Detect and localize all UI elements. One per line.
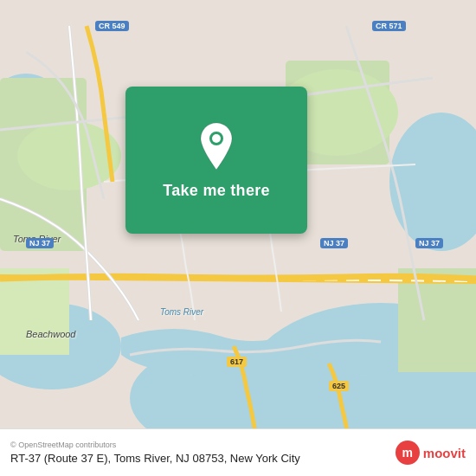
attribution-text: © OpenStreetMap contributors (10, 441, 387, 449)
take-me-there-button[interactable]: Take me there (163, 182, 270, 200)
map-container: Toms River Toms River Beachwood CR 549 C… (0, 0, 476, 476)
nj37-center-label: NJ 37 (320, 238, 348, 248)
cr571-label: CR 571 (372, 21, 406, 31)
take-me-there-card[interactable]: Take me there (125, 87, 307, 234)
bottom-info: © OpenStreetMap contributors RT-37 (Rout… (10, 441, 387, 465)
beachwood-label: Beachwood (26, 329, 76, 339)
location-pin-icon (196, 121, 237, 171)
svg-point-14 (212, 134, 221, 143)
cr549-label: CR 549 (95, 21, 129, 31)
cr617-label: 617 (227, 357, 247, 367)
cr625-label: 625 (329, 381, 349, 391)
toms-river-water-label: Toms River (160, 307, 203, 317)
nj37-left-label: NJ 37 (26, 238, 54, 248)
bottom-bar: © OpenStreetMap contributors RT-37 (Rout… (0, 428, 476, 476)
moovit-text: moovit (423, 446, 466, 460)
map-background (0, 0, 476, 476)
moovit-logo: m moovit (396, 441, 466, 465)
location-text: RT-37 (Route 37 E), Toms River, NJ 08753… (10, 452, 387, 465)
moovit-icon: m (396, 441, 420, 465)
nj37-right-label: NJ 37 (415, 238, 443, 248)
